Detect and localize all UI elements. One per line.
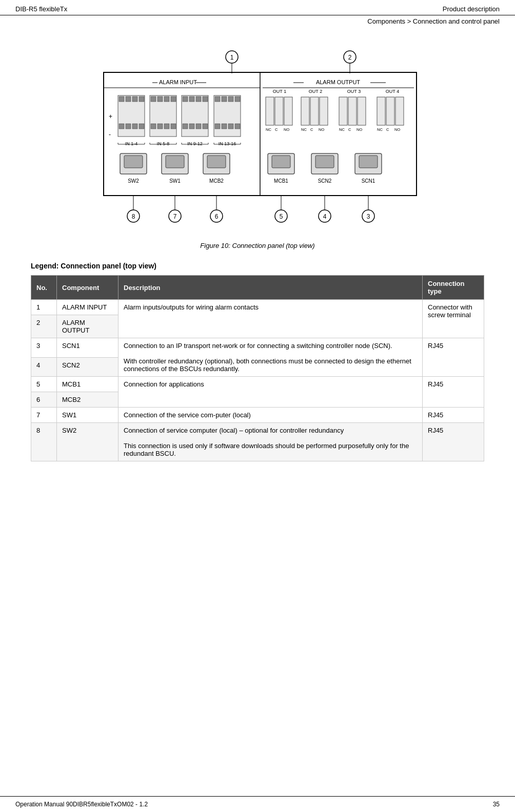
svg-text:IN 1-4: IN 1-4: [125, 141, 138, 146]
svg-text:IN 5-8: IN 5-8: [157, 141, 170, 146]
svg-rect-72: [320, 97, 328, 125]
svg-text:MCB1: MCB1: [274, 178, 288, 184]
svg-text:SW2: SW2: [128, 178, 139, 184]
page: DIB-R5 flexibleTx Product description Co…: [0, 0, 515, 812]
svg-text:NO: NO: [284, 127, 289, 132]
svg-text:OUT 4: OUT 4: [386, 89, 399, 94]
svg-rect-15: [139, 124, 144, 129]
svg-rect-99: [207, 156, 226, 168]
svg-text:NO: NO: [394, 127, 400, 132]
svg-rect-26: [183, 96, 188, 102]
svg-rect-74: [348, 97, 356, 125]
svg-rect-78: [395, 97, 404, 125]
cell-no: 7: [31, 408, 57, 423]
col-header-connection-type: Connection type: [423, 276, 484, 300]
cell-no: 4: [31, 357, 57, 377]
svg-text:1: 1: [230, 54, 234, 61]
svg-text:NO: NO: [319, 127, 324, 132]
svg-rect-67: [266, 97, 274, 125]
svg-rect-30: [183, 124, 188, 129]
cell-connection-type: RJ45: [423, 377, 484, 408]
svg-rect-27: [189, 96, 194, 102]
cell-no: 3: [31, 338, 57, 358]
svg-text:OUT 1: OUT 1: [273, 89, 286, 94]
svg-text:C: C: [386, 127, 389, 132]
svg-text:ALARM OUTPUT: ALARM OUTPUT: [316, 79, 360, 85]
svg-text:NC: NC: [266, 127, 271, 132]
cell-connection-type: Connector with screw terminal: [423, 300, 484, 338]
svg-text:8: 8: [132, 213, 135, 220]
footer-right: 35: [493, 801, 500, 808]
svg-text:OUT 2: OUT 2: [309, 89, 322, 94]
cell-description: Connection for applications: [118, 377, 423, 408]
footer-left: Operation Manual 90DIBR5flexibleTxOM02 -…: [15, 801, 148, 808]
svg-rect-9: [126, 96, 131, 102]
svg-rect-8: [119, 96, 124, 102]
svg-rect-37: [228, 96, 233, 102]
cell-connection-type: RJ45: [423, 423, 484, 461]
svg-rect-68: [275, 97, 283, 125]
svg-rect-20: [171, 96, 176, 102]
figure-caption: Figure 10: Connection panel (top view): [31, 242, 484, 249]
svg-rect-10: [132, 96, 137, 102]
subheader: Components > Connection and control pane…: [0, 15, 515, 31]
cell-component: SW2: [57, 423, 118, 461]
table-row: 5MCB1Connection for applicationsRJ45: [31, 377, 484, 392]
svg-rect-102: [272, 156, 290, 168]
svg-text:NC: NC: [377, 127, 383, 132]
svg-text:C: C: [348, 127, 351, 132]
svg-text:5: 5: [280, 213, 283, 220]
header-right: Product description: [443, 5, 500, 13]
svg-rect-40: [222, 124, 227, 129]
connection-panel-diagram: ALARM INPUT + -: [78, 42, 437, 237]
page-header: DIB-R5 flexibleTx Product description: [0, 0, 515, 15]
svg-text:NO: NO: [356, 127, 362, 132]
cell-component: ALARM OUTPUT: [57, 315, 118, 338]
cell-component: SCN1: [57, 338, 118, 358]
svg-text:C: C: [310, 127, 313, 132]
svg-rect-93: [124, 156, 143, 168]
main-content: ALARM INPUT + -: [0, 31, 515, 472]
cell-description: Connection of the service com-puter (loc…: [118, 408, 423, 423]
diagram-container: ALARM INPUT + -: [31, 42, 484, 237]
svg-text:SCN2: SCN2: [318, 178, 332, 184]
cell-connection-type: RJ45: [423, 408, 484, 423]
table-row: 8SW2Connection of service computer (loca…: [31, 423, 484, 461]
svg-rect-28: [196, 96, 201, 102]
svg-text:ALARM INPUT: ALARM INPUT: [159, 79, 197, 85]
svg-text:2: 2: [348, 54, 352, 61]
cell-component: ALARM INPUT: [57, 300, 118, 315]
svg-rect-96: [166, 156, 184, 168]
svg-rect-17: [151, 96, 156, 102]
svg-rect-24: [171, 124, 176, 129]
cell-component: SCN2: [57, 357, 118, 377]
col-header-description: Description: [118, 276, 423, 300]
svg-text:+: +: [109, 113, 112, 120]
svg-rect-35: [215, 96, 220, 102]
svg-text:IN 9-12: IN 9-12: [187, 141, 203, 146]
header-left: DIB-R5 flexibleTx: [15, 5, 67, 13]
table-header-row: No. Component Description Connection typ…: [31, 276, 484, 300]
svg-text:IN 13-16: IN 13-16: [219, 141, 236, 146]
svg-text:SCN1: SCN1: [362, 178, 375, 184]
cell-component: SW1: [57, 408, 118, 423]
svg-rect-41: [228, 124, 233, 129]
svg-rect-23: [164, 124, 169, 129]
svg-rect-69: [284, 97, 292, 125]
svg-rect-77: [386, 97, 394, 125]
svg-text:4: 4: [323, 213, 327, 220]
cell-component: MCB1: [57, 377, 118, 392]
svg-rect-12: [119, 124, 124, 129]
svg-rect-39: [215, 124, 220, 129]
svg-text:6: 6: [215, 213, 219, 220]
col-header-component: Component: [57, 276, 118, 300]
svg-rect-29: [203, 96, 208, 102]
cell-no: 5: [31, 377, 57, 392]
svg-rect-73: [339, 97, 347, 125]
svg-rect-33: [203, 124, 208, 129]
svg-rect-18: [157, 96, 163, 102]
svg-rect-76: [377, 97, 385, 125]
legend-title: Legend: Connection panel (top view): [31, 262, 484, 270]
svg-rect-36: [222, 96, 227, 102]
svg-rect-70: [301, 97, 309, 125]
